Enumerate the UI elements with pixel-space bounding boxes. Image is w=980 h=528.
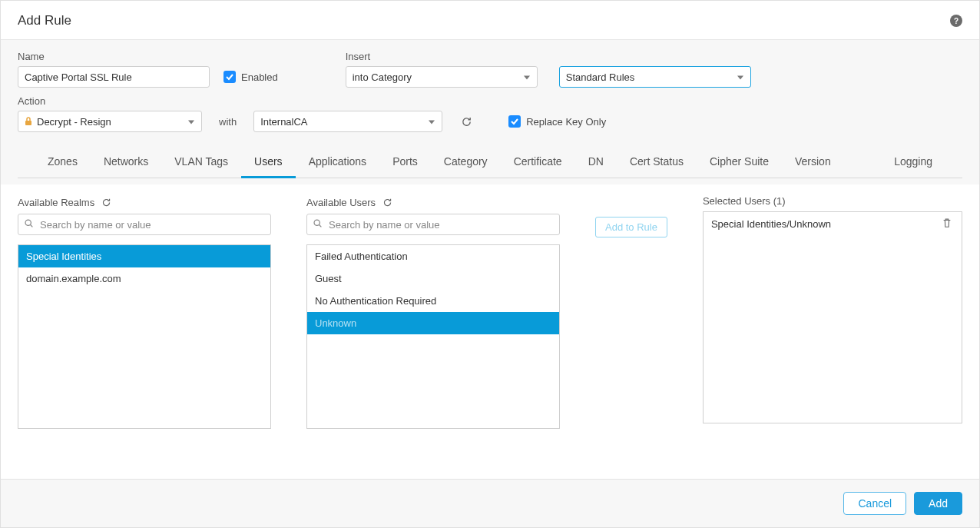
add-rule-modal: Add Rule ? Name Enabled Insert: [0, 0, 980, 528]
insert-select-value: into Category: [353, 71, 412, 83]
add-to-rule-button[interactable]: Add to Rule: [595, 217, 667, 237]
insert-target-value: Standard Rules: [566, 71, 635, 83]
tab-dn[interactable]: DN: [575, 148, 617, 178]
modal-title: Add Rule: [18, 13, 71, 28]
list-item[interactable]: domain.example.com: [18, 267, 270, 290]
tab-vlan[interactable]: VLAN Tags: [161, 148, 241, 178]
realms-header-text: Available Realms: [18, 197, 94, 208]
list-item[interactable]: Failed Authentication: [307, 245, 559, 267]
tab-networks[interactable]: Networks: [91, 148, 161, 178]
selected-header: Selected Users (1): [703, 195, 962, 207]
tabs: ZonesNetworksVLAN TagsUsersApplicationsP…: [18, 140, 962, 178]
users-search-wrap: [306, 214, 560, 235]
tab-certstatus[interactable]: Cert Status: [617, 148, 697, 178]
tab-version[interactable]: Version: [782, 148, 844, 178]
tab-apps[interactable]: Applications: [296, 148, 380, 178]
users-header-text: Available Users: [306, 197, 376, 208]
realms-list[interactable]: Special Identitiesdomain.example.com: [18, 244, 271, 429]
list-item[interactable]: No Authentication Required: [307, 290, 559, 312]
with-label: with: [216, 111, 240, 132]
help-icon[interactable]: ?: [950, 15, 962, 27]
name-input[interactable]: [18, 66, 210, 88]
enabled-checkbox[interactable]: [223, 71, 236, 83]
action-select[interactable]: Decrypt - Resign: [18, 111, 202, 132]
insert-label: Insert: [346, 51, 751, 62]
tab-cipher[interactable]: Cipher Suite: [697, 148, 782, 178]
modal-header: Add Rule ?: [1, 1, 979, 40]
enabled-wrap: Enabled: [223, 66, 278, 88]
enabled-label: Enabled: [241, 71, 278, 83]
realms-refresh-icon[interactable]: [99, 195, 113, 209]
check-icon: [225, 72, 234, 81]
users-header: Available Users: [306, 195, 560, 209]
with-select[interactable]: InternalCA: [253, 111, 442, 132]
modal-footer: Cancel Add: [1, 479, 979, 527]
col-actions: Add to Rule: [595, 195, 667, 463]
selected-item-label: Special Identities/Unknown: [711, 218, 831, 230]
realms-search-input[interactable]: [18, 214, 271, 235]
with-select-value: InternalCA: [260, 116, 307, 128]
check-icon: [510, 117, 519, 126]
modal-body: Name Enabled Insert into Category: [1, 40, 979, 479]
action-group: Action Decrypt - Resign: [18, 95, 202, 132]
replace-key-label: Replace Key Only: [526, 116, 606, 128]
cancel-button[interactable]: Cancel: [843, 492, 906, 515]
selected-header-text: Selected Users (1): [703, 195, 786, 207]
users-refresh-icon[interactable]: [380, 195, 394, 209]
refresh-icon[interactable]: [456, 111, 476, 132]
realms-search-wrap: [18, 214, 271, 235]
replace-key-checkbox[interactable]: [508, 115, 521, 128]
form-area: Name Enabled Insert into Category: [1, 40, 979, 184]
name-group: Name: [18, 51, 210, 88]
col-available-users: Available Users Failed AuthenticationGue…: [306, 195, 560, 463]
selected-list: Special Identities/Unknown: [703, 211, 962, 423]
users-list[interactable]: Failed AuthenticationGuestNo Authenticat…: [306, 244, 560, 429]
tab-zones[interactable]: Zones: [35, 148, 91, 178]
add-button[interactable]: Add: [914, 492, 962, 515]
list-item[interactable]: Guest: [307, 267, 559, 290]
insert-target-select[interactable]: Standard Rules: [559, 66, 751, 88]
list-item[interactable]: Special Identities: [18, 245, 270, 267]
trash-icon[interactable]: [942, 218, 954, 230]
tab-category[interactable]: Category: [431, 148, 501, 178]
tab-cert[interactable]: Certificate: [501, 148, 575, 178]
realms-header: Available Realms: [18, 195, 271, 209]
col-available-realms: Available Realms Special Identitiesdomai…: [18, 195, 271, 463]
selected-row: Special Identities/Unknown: [704, 212, 962, 235]
svg-rect-0: [25, 121, 31, 125]
tab-ports[interactable]: Ports: [379, 148, 431, 178]
tab-content-users: Available Realms Special Identitiesdomai…: [1, 184, 979, 479]
col-selected-users: Selected Users (1) Special Identities/Un…: [703, 195, 962, 463]
replace-key-wrap: Replace Key Only: [508, 111, 606, 132]
insert-group: Insert into Category Standard Rules: [346, 51, 751, 88]
list-item[interactable]: Unknown: [307, 312, 559, 334]
lock-icon: [23, 116, 34, 127]
action-select-value: Decrypt - Resign: [37, 116, 111, 128]
action-label: Action: [18, 95, 202, 107]
form-row-1: Name Enabled Insert into Category: [18, 51, 962, 88]
tab-logging[interactable]: Logging: [881, 148, 945, 178]
insert-select[interactable]: into Category: [346, 66, 538, 88]
tab-users[interactable]: Users: [241, 148, 296, 178]
users-search-input[interactable]: [306, 214, 560, 235]
form-row-2: Action Decrypt - Resign with InternalCA: [18, 95, 962, 132]
name-label: Name: [18, 51, 210, 62]
